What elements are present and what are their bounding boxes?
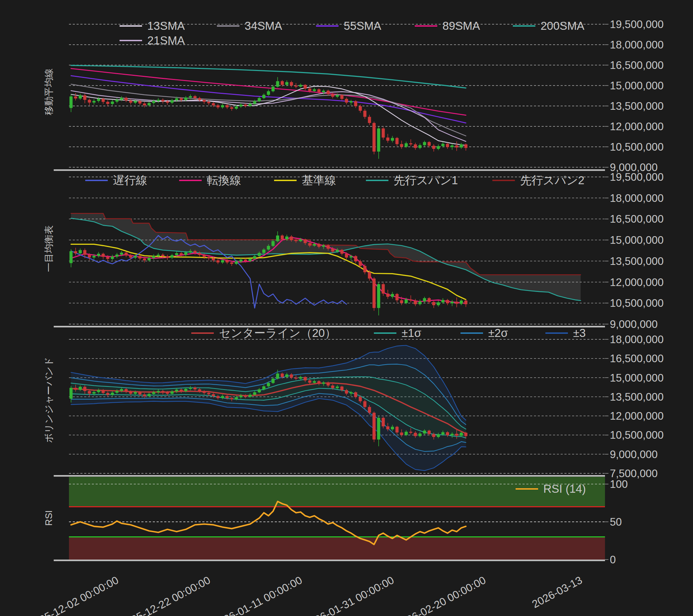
candle — [290, 374, 293, 377]
candle — [414, 144, 417, 148]
candle — [262, 250, 265, 253]
bollinger-y-tick-label: 18,000,000 — [610, 333, 664, 346]
candle — [239, 105, 243, 107]
candle — [161, 100, 165, 101]
ichimoku-cloud — [71, 213, 581, 301]
candle — [336, 386, 339, 388]
candle — [166, 392, 169, 394]
candle — [345, 254, 348, 258]
legend-item-4: ±3 — [545, 327, 586, 339]
candle — [221, 260, 224, 262]
candle — [161, 391, 165, 392]
candle — [111, 101, 114, 104]
candle — [134, 392, 137, 394]
candle — [428, 142, 431, 146]
candle — [175, 98, 178, 100]
candle — [304, 239, 307, 243]
multi-panel-technical-chart: 19,500,00018,000,00016,500,00015,000,000… — [0, 0, 693, 616]
legend-item-1: 13SMA — [120, 19, 185, 32]
candle — [322, 383, 325, 384]
candle — [106, 102, 109, 104]
candle — [340, 386, 343, 390]
candle — [138, 256, 141, 258]
candle — [460, 301, 463, 304]
candle — [217, 396, 220, 398]
bollinger-gridlines — [69, 339, 608, 473]
candle — [253, 256, 256, 259]
panel-ichimoku — [71, 213, 581, 308]
candle — [207, 102, 210, 103]
candle — [193, 387, 196, 389]
candle — [432, 434, 435, 437]
candle — [152, 101, 155, 103]
candle — [441, 432, 445, 434]
ichimoku-y-tick-label: 15,000,000 — [610, 234, 664, 246]
legend-item-1: 21SMA — [120, 34, 185, 47]
candle — [83, 387, 86, 391]
legend-label: 13SMA — [147, 19, 185, 32]
candle — [88, 100, 91, 102]
candle — [239, 395, 243, 397]
candle — [244, 105, 247, 106]
candle — [295, 240, 298, 241]
candle — [464, 301, 467, 304]
candle — [125, 98, 128, 100]
candle — [106, 393, 109, 395]
panel-bollinger — [71, 346, 466, 471]
ma-y-tick-label: 16,500,000 — [610, 59, 664, 71]
legend-item-5: 200SMA — [513, 19, 585, 32]
candle — [327, 245, 330, 249]
candle — [170, 100, 174, 102]
candle — [111, 393, 114, 395]
candle — [203, 391, 206, 393]
candle — [359, 397, 362, 401]
candle — [184, 252, 187, 255]
candle — [437, 435, 440, 437]
legend-item-4: 先行スパン1 — [366, 174, 458, 187]
candle — [148, 394, 151, 396]
candle — [152, 392, 155, 394]
candle — [276, 235, 279, 241]
candle — [70, 251, 73, 263]
candle — [354, 101, 357, 106]
candle — [217, 260, 220, 262]
candle — [414, 301, 417, 304]
candle — [345, 99, 348, 103]
candle — [267, 383, 270, 386]
candle — [395, 427, 398, 432]
candle — [368, 117, 371, 123]
legend-label: 先行スパン1 — [394, 174, 458, 187]
candle — [299, 239, 302, 241]
candle — [400, 144, 403, 147]
candle — [253, 392, 256, 395]
legend-item-2: ±1σ — [374, 327, 421, 339]
candle — [267, 246, 270, 250]
candle — [354, 256, 357, 261]
candle — [327, 91, 330, 94]
candle — [120, 98, 123, 100]
candle — [235, 261, 238, 264]
candle — [313, 244, 316, 245]
candle — [290, 82, 293, 86]
candle — [88, 391, 91, 393]
bollinger-y-tick-label: 7,500,000 — [610, 467, 658, 480]
candle — [405, 300, 408, 303]
candle — [175, 390, 178, 391]
ichimoku-y-tick-label: 13,500,000 — [610, 255, 664, 267]
x-tick-label: 2026-02-20 00:00:00 — [394, 574, 488, 616]
panel-moving-averages — [71, 65, 466, 145]
candle — [79, 250, 82, 253]
legend-item-4: 89SMA — [415, 19, 480, 32]
candle — [372, 278, 376, 308]
candle — [125, 389, 128, 392]
chart-root: 19,500,00018,000,00016,500,00015,000,000… — [0, 0, 693, 616]
candle — [157, 255, 160, 256]
sma21-line — [71, 91, 466, 141]
candle — [102, 254, 105, 257]
legend-item-3: 基準線 — [274, 174, 336, 187]
ma-y-tick-label: 13,500,000 — [610, 100, 664, 112]
candle — [409, 143, 412, 144]
candle — [446, 144, 449, 147]
candle — [70, 388, 73, 399]
candle — [262, 95, 265, 98]
